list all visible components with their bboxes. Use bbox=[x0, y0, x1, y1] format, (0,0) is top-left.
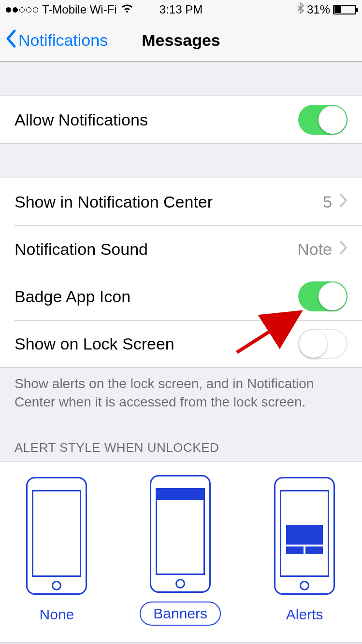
phone-preview-banners-icon bbox=[150, 475, 211, 593]
status-bar: T-Mobile Wi-Fi 3:13 PM 31% bbox=[0, 0, 362, 19]
chevron-right-icon bbox=[339, 239, 348, 259]
toggle-show-on-lock-screen[interactable] bbox=[298, 329, 348, 359]
bluetooth-icon bbox=[297, 2, 304, 17]
style-label: Banners bbox=[140, 602, 221, 626]
phone-preview-alerts-icon bbox=[274, 477, 335, 595]
page-title: Messages bbox=[142, 31, 220, 50]
nav-bar: Notifications Messages bbox=[0, 19, 362, 62]
alert-style-option-alerts[interactable]: Alerts bbox=[274, 477, 336, 626]
back-button[interactable]: Notifications bbox=[0, 29, 108, 52]
phone-preview-none-icon bbox=[26, 477, 87, 595]
wifi-icon bbox=[121, 3, 133, 16]
status-right: 31% bbox=[297, 2, 356, 17]
row-notification-sound[interactable]: Notification Sound Note bbox=[0, 225, 362, 273]
group-main: Show in Notification Center 5 Notificati… bbox=[0, 178, 362, 368]
row-show-on-lock-screen: Show on Lock Screen bbox=[0, 320, 362, 367]
row-value: Note bbox=[297, 240, 332, 259]
status-left: T-Mobile Wi-Fi bbox=[6, 3, 133, 16]
alert-style-panel: None Banners Alerts bbox=[0, 461, 362, 643]
footer-alert-style-help: Alerts require an action before proceedi… bbox=[0, 643, 362, 644]
alert-style-option-banners[interactable]: Banners bbox=[140, 475, 221, 626]
chevron-left-icon bbox=[5, 29, 16, 52]
style-label: Alerts bbox=[274, 603, 336, 626]
toggle-badge-app-icon[interactable] bbox=[298, 281, 348, 311]
toggle-allow-notifications[interactable] bbox=[298, 105, 348, 135]
alert-style-option-none[interactable]: None bbox=[26, 477, 87, 626]
row-label: Badge App Icon bbox=[14, 287, 130, 306]
group-allow: Allow Notifications bbox=[0, 96, 362, 144]
row-label: Allow Notifications bbox=[14, 111, 148, 129]
carrier-label: T-Mobile Wi-Fi bbox=[42, 3, 117, 16]
row-badge-app-icon: Badge App Icon bbox=[0, 273, 362, 320]
battery-percent: 31% bbox=[307, 3, 330, 16]
row-label: Show on Lock Screen bbox=[14, 335, 174, 353]
chevron-right-icon bbox=[339, 192, 348, 212]
row-value: 5 bbox=[323, 193, 332, 211]
row-notification-center[interactable]: Show in Notification Center 5 bbox=[0, 178, 362, 225]
row-label: Show in Notification Center bbox=[14, 193, 213, 211]
signal-strength-icon bbox=[6, 7, 38, 13]
back-label: Notifications bbox=[18, 31, 108, 50]
battery-icon bbox=[333, 5, 356, 14]
row-label: Notification Sound bbox=[14, 240, 148, 259]
section-header-alert-style: ALERT STYLE WHEN UNLOCKED bbox=[0, 411, 362, 461]
style-label: None bbox=[27, 603, 87, 626]
clock: 3:13 PM bbox=[159, 3, 203, 16]
footer-lockscreen-help: Show alerts on the lock screen, and in N… bbox=[0, 368, 362, 411]
row-allow-notifications: Allow Notifications bbox=[0, 96, 362, 143]
